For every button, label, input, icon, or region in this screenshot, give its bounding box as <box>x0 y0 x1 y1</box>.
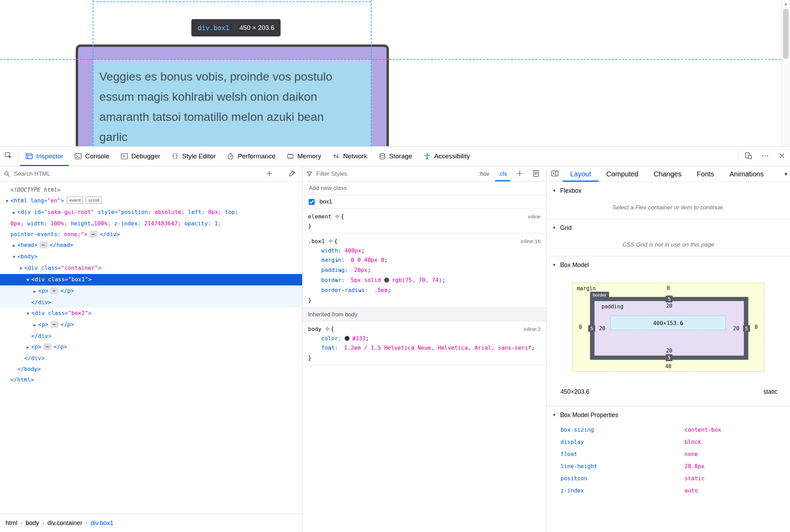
css-declaration[interactable]: border: ▶5px solid rgb(75, 70, 74); <box>308 275 541 285</box>
property-value[interactable]: #333 <box>352 335 366 342</box>
responsive-mode-button[interactable] <box>740 147 757 166</box>
sidebar-tab-fonts[interactable]: Fonts <box>689 166 722 182</box>
devtools-tab-accessibility[interactable]: Accessibility <box>418 147 475 166</box>
flexbox-section-header[interactable]: ▼ Flexbox <box>547 182 790 199</box>
devtools-tab-performance[interactable]: Performance <box>221 147 281 166</box>
markup-node-row[interactable]: ▶<p>⋯</p> <box>0 285 302 297</box>
selector-target-icon[interactable] <box>325 324 330 334</box>
create-node-button[interactable] <box>262 169 276 178</box>
sidebar-tab-computed[interactable]: Computed <box>599 166 646 182</box>
grid-section-header[interactable]: ▼ Grid <box>547 219 790 236</box>
css-declaration[interactable]: border-radius: ▶.5em; <box>308 285 541 296</box>
markup-node-row[interactable]: ▶<p>⋯</p> <box>0 341 302 353</box>
breadcrumb-item[interactable]: html <box>6 519 17 527</box>
expander-right-icon[interactable]: ▶ <box>24 342 31 353</box>
box-model-properties-header[interactable]: ▼ Box Model Properties <box>547 406 790 424</box>
class-checkbox[interactable] <box>309 199 315 205</box>
print-simulation-button[interactable] <box>529 169 543 178</box>
devtools-tab-style-editor[interactable]: Style Editor <box>166 147 221 166</box>
markup-node-row[interactable]: ▼<div class="container"> <box>0 263 302 274</box>
add-class-input[interactable] <box>308 184 541 192</box>
rule-source-link[interactable]: inline:2 <box>524 324 541 334</box>
filter-styles-input[interactable] <box>316 170 467 178</box>
property-value[interactable]: 5px solid <box>351 277 384 283</box>
property-value[interactable]: 1.2em / 1.5 Helvetica Neue, Helvetica, A… <box>344 344 531 351</box>
expander-down-icon[interactable]: ▼ <box>24 275 31 285</box>
markup-node-row[interactable]: </html> <box>0 374 302 385</box>
breadcrumb-item[interactable]: div.box1 <box>91 519 114 527</box>
breadcrumb-item[interactable]: body <box>26 519 39 527</box>
padding-right-value[interactable]: 20 <box>733 325 739 332</box>
collapsed-content-button[interactable]: ⋯ <box>50 321 58 328</box>
padding-left-value[interactable]: 20 <box>599 325 605 332</box>
rule-source-link[interactable]: inline <box>528 212 541 221</box>
markup-node-row[interactable]: ▶<div id="saka-gui-root" style="position… <box>0 207 302 240</box>
color-swatch[interactable] <box>344 336 350 341</box>
border-right-value[interactable]: 5 <box>743 325 750 332</box>
devtools-tab-console[interactable]: Console <box>69 147 115 166</box>
markup-node-row[interactable]: ▼<div class="box2"> <box>0 308 302 319</box>
collapsed-content-button[interactable]: ⋯ <box>40 241 48 248</box>
scrollbar-up-icon[interactable]: ▲ <box>782 1 790 6</box>
rule-source-link[interactable]: inline:16 <box>521 236 541 246</box>
expander-down-icon[interactable]: ▼ <box>17 263 24 274</box>
css-declaration[interactable]: padding: ▶20px; <box>308 265 541 275</box>
selector-target-icon[interactable] <box>328 236 333 246</box>
eyedropper-button[interactable] <box>285 169 299 178</box>
padding-bottom-value[interactable]: 20 <box>666 348 672 354</box>
collapsed-content-button[interactable]: ⋯ <box>50 287 58 294</box>
css-declaration[interactable]: font: ▶1.2em / 1.5 Helvetica Neue, Helve… <box>308 343 541 353</box>
expander-down-icon[interactable]: ▼ <box>3 196 10 207</box>
margin-bottom-value[interactable]: 40 <box>665 363 671 369</box>
css-rule[interactable]: inline:2body{color: #333;font: ▶1.2em / … <box>302 321 546 365</box>
collapsed-content-button[interactable]: ⋯ <box>43 343 51 350</box>
devtools-tab-network[interactable]: Network <box>327 147 373 166</box>
sidebar-tab-animations[interactable]: Animations <box>722 166 771 182</box>
breadcrumb-item[interactable]: div.container <box>47 519 82 527</box>
sidebar-tab-changes[interactable]: Changes <box>646 166 689 182</box>
pick-element-button[interactable] <box>0 147 17 166</box>
devtools-menu-button[interactable] <box>757 147 773 166</box>
devtools-tab-memory[interactable]: Memory <box>281 147 327 166</box>
margin-right-value[interactable]: 0 <box>755 324 758 330</box>
expander-down-icon[interactable]: ▼ <box>24 308 31 319</box>
border-bottom-value[interactable]: 5 <box>666 354 673 361</box>
markup-node-row[interactable]: ▼<html lang="en">eventscroll <box>0 195 302 207</box>
markup-node-row[interactable]: ▶<p>⋯</p> <box>0 319 302 331</box>
scroll-badge[interactable]: scroll <box>86 197 102 204</box>
property-name[interactable]: margin: <box>321 257 348 263</box>
markup-node-row[interactable]: </div> <box>0 297 302 308</box>
property-name[interactable]: border-radius: <box>321 287 372 293</box>
css-rule[interactable]: inline:16.box1{width: 400px;margin: ▶0 0… <box>302 233 546 308</box>
markup-node-row[interactable]: ▶<head>⋯</head> <box>0 240 302 251</box>
pseudo-class-button[interactable]: :hov <box>475 166 492 181</box>
class-panel-button[interactable]: .cls <box>495 166 510 181</box>
css-rule[interactable]: inlineelement{} <box>302 209 546 233</box>
scrollbar-thumb[interactable] <box>783 9 789 59</box>
devtools-tab-inspector[interactable]: Inspector <box>20 147 69 166</box>
margin-left-value[interactable]: 0 <box>579 324 582 330</box>
rule-selector[interactable]: element <box>308 213 331 220</box>
property-value[interactable]: 20px <box>354 267 368 273</box>
color-swatch[interactable] <box>384 277 389 283</box>
css-declaration[interactable]: width: 400px; <box>308 246 541 255</box>
box-model-content-region[interactable]: 400×153.6 <box>610 316 726 330</box>
property-value[interactable]: 0 0 40px 0 <box>351 257 384 263</box>
property-value[interactable]: .5em <box>374 287 388 293</box>
markup-node-row[interactable]: <!DOCTYPE html> <box>0 184 302 195</box>
expander-right-icon[interactable]: ▶ <box>31 320 38 331</box>
expander-right-icon[interactable]: ▶ <box>31 286 38 297</box>
expander-right-icon[interactable]: ▶ <box>10 207 17 218</box>
selector-target-icon[interactable] <box>334 212 340 221</box>
markup-node-row[interactable]: </div> <box>0 331 302 341</box>
all-tabs-menu-button[interactable]: ▾ <box>782 166 790 182</box>
close-devtools-button[interactable] <box>773 147 790 166</box>
page-scrollbar[interactable]: ▲ <box>781 0 790 146</box>
padding-top-value[interactable]: 20 <box>666 303 672 309</box>
box-model-section-header[interactable]: ▼ Box Model <box>547 256 790 274</box>
css-declaration[interactable]: color: #333; <box>308 334 541 343</box>
expander-right-icon[interactable]: ▶ <box>10 240 17 251</box>
expander-down-icon[interactable]: ▼ <box>10 252 17 263</box>
property-value[interactable]: 400px <box>344 247 361 254</box>
border-left-value[interactable]: 5 <box>588 325 595 332</box>
